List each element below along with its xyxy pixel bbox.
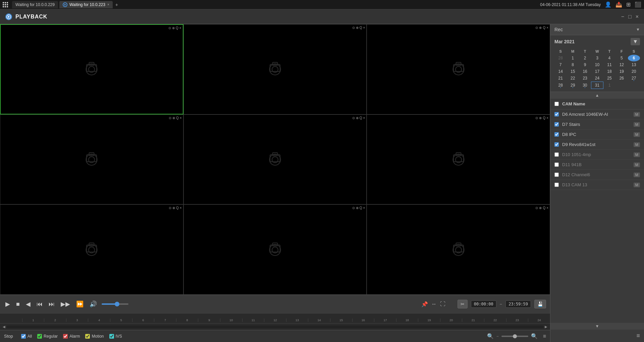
new-tab-button[interactable]: + [115, 2, 118, 7]
cell-5-zoom-icon[interactable]: Q [360, 116, 362, 120]
cell-3-zoom-icon[interactable]: Q [543, 26, 545, 30]
export-icon[interactable]: 📤 [615, 1, 622, 8]
cell-8-plus-icon[interactable]: ⊕ [356, 206, 359, 210]
cal-day-20[interactable]: 20 [628, 68, 640, 75]
timeline[interactable]: 1 2 3 4 5 6 7 8 9 10 11 12 13 14 15 16 1… [0, 313, 550, 323]
video-cell-4[interactable]: ⊙ ⊕ Q × [0, 114, 183, 205]
timeline-scroll-track[interactable] [7, 326, 543, 328]
cam-d13-checkbox[interactable] [554, 183, 559, 187]
play-button[interactable]: ▶ [4, 300, 11, 308]
cal-day-29[interactable]: 29• [567, 82, 579, 89]
pin-button[interactable]: 📌 [421, 301, 428, 307]
filter-regular-checkbox[interactable] [37, 334, 42, 339]
cal-day-26[interactable]: 26 [615, 75, 628, 82]
filter-motion-checkbox[interactable] [85, 334, 90, 339]
volume-slider[interactable] [102, 303, 128, 305]
cal-day-22[interactable]: 22 [567, 75, 579, 82]
maximize-button[interactable]: □ [628, 14, 632, 20]
cell-9-eye-icon[interactable]: ⊙ [535, 206, 538, 210]
cam-item-d9[interactable]: D9 Revo841w1st M [550, 140, 644, 150]
tab-close-icon[interactable]: × [107, 3, 109, 6]
fullscreen-button[interactable]: ⛶ [440, 301, 445, 307]
cell-7-plus-icon[interactable]: ⊕ [172, 206, 175, 210]
video-cell-2[interactable]: ⊙ ⊕ Q × [183, 24, 367, 114]
video-cell-7[interactable]: ⊙ ⊕ Q × [0, 204, 183, 295]
video-cell-9[interactable]: ⊙ ⊕ Q × [367, 204, 550, 295]
rec-dropdown-arrow[interactable]: ▼ [636, 27, 640, 32]
cam-item-d8[interactable]: D8 IPC M [550, 130, 644, 140]
cal-day-12[interactable]: 12 [615, 61, 628, 68]
cell-5-close-icon[interactable]: × [363, 116, 365, 120]
stop-button[interactable]: ■ [15, 300, 21, 308]
cell-1-close-icon[interactable]: × [179, 26, 181, 30]
prev-button[interactable]: ◀ [24, 300, 32, 308]
cal-day-21[interactable]: 21 [554, 75, 567, 82]
cam-list-scroll-down[interactable]: ▼ [550, 323, 644, 330]
video-cell-6[interactable]: ⊙ ⊕ Q × [367, 114, 550, 205]
cal-day-27-dot[interactable]: 27• [628, 75, 640, 82]
filter-ivs-checkbox[interactable] [109, 334, 114, 339]
cam-check-all[interactable] [554, 102, 559, 106]
scissors-button[interactable]: ✂ [458, 300, 468, 308]
cam-d12-checkbox[interactable] [554, 173, 559, 177]
video-cell-8[interactable]: ⊙ ⊕ Q × [183, 204, 367, 295]
close-button[interactable]: × [636, 14, 639, 20]
settings-icon[interactable]: ⬛ [635, 1, 641, 8]
cam-item-d7[interactable]: D7 Stairs M [550, 119, 644, 130]
cal-day-25[interactable]: 25 [603, 75, 615, 82]
next-button[interactable]: ▶▶ [59, 300, 71, 308]
cal-day-14[interactable]: 14 [554, 68, 567, 75]
volume-icon[interactable]: 🔊 [90, 300, 97, 308]
cam-list-scroll-up[interactable]: ▲ [550, 92, 644, 99]
filter-alarm-checkbox[interactable] [63, 334, 68, 339]
cam-d11-checkbox[interactable] [554, 162, 559, 167]
next-frame-button[interactable]: ⏭ [47, 300, 56, 308]
cell-4-eye-icon[interactable]: ⊙ [169, 116, 171, 120]
cal-day-17[interactable]: 17 [591, 68, 603, 75]
tab-playback[interactable]: Waiting for 10.0.223 × [59, 1, 113, 8]
cal-day-13[interactable]: 13 [628, 61, 640, 68]
cell-7-zoom-icon[interactable]: Q [176, 206, 179, 210]
cal-day-31[interactable]: 31 [591, 82, 603, 89]
zoom-out-icon[interactable]: 🔍 [487, 333, 494, 339]
fast-forward-button[interactable]: ⏩ [75, 300, 85, 308]
cal-day-30[interactable]: 30• [579, 82, 591, 89]
cam-item-d13[interactable]: D13 CAM 13 M [550, 180, 644, 190]
timeline-scroll-left[interactable]: ◀ [1, 325, 7, 329]
cam-d9-checkbox[interactable] [554, 142, 559, 147]
cell-1-zoom-icon[interactable]: Q [176, 26, 178, 30]
user-icon[interactable]: 👤 [605, 1, 611, 8]
cal-day-6-today[interactable]: 6 [628, 55, 640, 61]
cell-6-eye-icon[interactable]: ⊙ [535, 116, 538, 120]
minimize-button[interactable]: − [621, 14, 624, 20]
cam-item-d11[interactable]: D11 941B M [550, 160, 644, 170]
cell-8-eye-icon[interactable]: ⊙ [352, 206, 355, 210]
cell-7-eye-icon[interactable]: ⊙ [169, 206, 171, 210]
panel-list-icon[interactable]: ≡ [636, 332, 640, 339]
timeline-scroll-right[interactable]: ▶ [543, 325, 549, 329]
video-cell-3[interactable]: ⊙ ⊕ Q × [367, 24, 550, 114]
cam-d6-checkbox[interactable] [554, 112, 559, 116]
cell-4-zoom-icon[interactable]: Q [176, 116, 179, 120]
stretch-button[interactable]: ↔ [431, 301, 437, 307]
cal-day-1-next[interactable]: 1 [603, 82, 615, 89]
filter-all-checkbox[interactable] [21, 334, 26, 339]
cal-day-5[interactable]: 5 [615, 55, 628, 61]
cell-9-zoom-icon[interactable]: Q [543, 206, 545, 210]
cal-day-16[interactable]: 16 [579, 68, 591, 75]
cell-9-close-icon[interactable]: × [546, 206, 548, 210]
cell-6-close-icon[interactable]: × [546, 116, 548, 120]
cal-day-1[interactable]: 1 [567, 55, 579, 61]
cam-d7-checkbox[interactable] [554, 122, 559, 127]
cell-9-plus-icon[interactable]: ⊕ [539, 206, 542, 210]
cell-4-close-icon[interactable]: × [180, 116, 182, 120]
cell-6-zoom-icon[interactable]: Q [543, 116, 545, 120]
cell-3-eye-icon[interactable]: ⊙ [535, 26, 538, 30]
cell-8-zoom-icon[interactable]: Q [360, 206, 362, 210]
cam-item-d12[interactable]: D12 Channel6 M [550, 170, 644, 180]
calendar-dropdown-button[interactable]: ▼ [631, 38, 640, 45]
cal-day-24[interactable]: 24 [591, 75, 603, 82]
list-view-icon[interactable]: ≡ [543, 333, 546, 339]
cal-day-23[interactable]: 23 [579, 75, 591, 82]
cal-day-4[interactable]: 4 [603, 55, 615, 61]
